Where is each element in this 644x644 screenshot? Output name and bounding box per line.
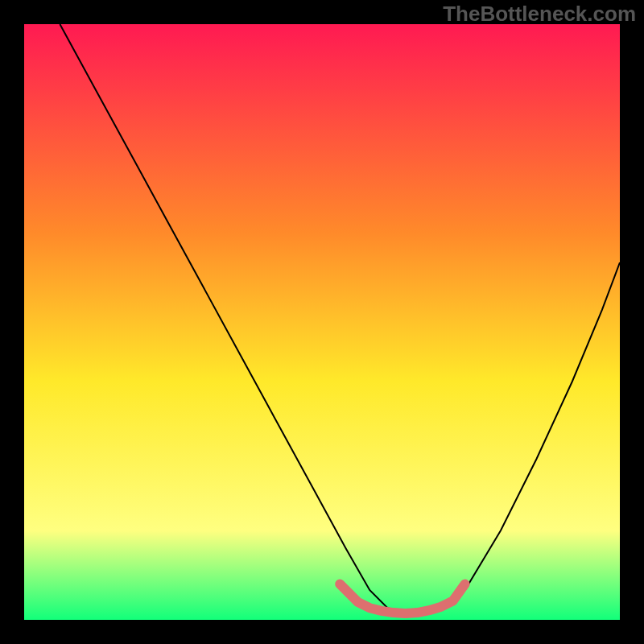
attribution-watermark: TheBottleneck.com — [443, 2, 636, 27]
plot-background — [24, 24, 620, 620]
chart-frame: TheBottleneck.com — [0, 0, 644, 644]
bottleneck-chart — [0, 0, 644, 644]
